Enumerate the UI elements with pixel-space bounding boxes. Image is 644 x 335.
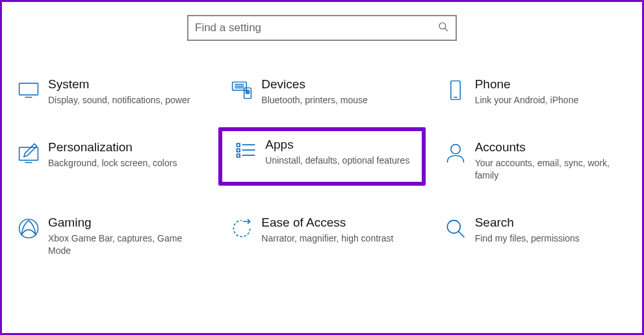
tile-title: Apps [265, 138, 412, 152]
tile-accounts[interactable]: Accounts Your accounts, email, sync, wor… [432, 136, 639, 186]
svg-point-9 [246, 90, 250, 93]
tile-system[interactable]: System Display, sound, notifications, po… [5, 73, 212, 110]
tile-desc: Link your Android, iPhone [475, 94, 630, 106]
ease-of-access-icon [222, 216, 261, 240]
svg-rect-2 [19, 83, 38, 95]
svg-rect-15 [237, 143, 240, 147]
search-box[interactable] [187, 15, 457, 41]
tile-title: Phone [475, 77, 630, 92]
search-icon [437, 21, 449, 35]
tile-gaming[interactable]: Gaming Xbox Game Bar, captures, Game Mod… [5, 212, 212, 261]
tile-search[interactable]: Search Find my files, permissions [432, 212, 639, 261]
tile-apps[interactable]: Apps Uninstall, defaults, optional featu… [218, 127, 425, 186]
gaming-icon [9, 216, 48, 240]
tile-devices[interactable]: Devices Bluetooth, printers, mouse [218, 73, 425, 110]
tile-title: Personalization [48, 140, 203, 155]
search-input[interactable] [195, 21, 437, 34]
tile-title: Devices [261, 77, 416, 92]
devices-icon [222, 77, 261, 102]
personalization-icon [9, 140, 48, 165]
tile-desc: Your accounts, email, sync, work, family [475, 157, 630, 182]
phone-icon [436, 77, 475, 102]
tile-desc: Bluetooth, printers, mouse [261, 94, 416, 106]
tile-phone[interactable]: Phone Link your Android, iPhone [432, 73, 639, 110]
tile-desc: Find my files, permissions [475, 232, 630, 245]
svg-point-21 [450, 144, 459, 153]
tile-title: System [48, 77, 203, 92]
tile-title: Accounts [475, 140, 630, 155]
tile-desc: Background, lock screen, colors [48, 157, 203, 169]
svg-point-10 [247, 92, 248, 93]
svg-line-1 [445, 29, 448, 31]
svg-point-0 [439, 23, 446, 29]
svg-line-25 [458, 231, 464, 237]
search-container [2, 2, 642, 60]
tile-desc: Narrator, magnifier, high contrast [261, 232, 416, 245]
tile-title: Search [475, 216, 630, 230]
tile-desc: Uninstall, defaults, optional features [265, 155, 412, 167]
tile-title: Gaming [48, 216, 203, 230]
tile-ease-of-access[interactable]: Ease of Access Narrator, magnifier, high… [218, 212, 425, 261]
tile-personalization[interactable]: Personalization Background, lock screen,… [5, 136, 212, 186]
apps-icon [226, 138, 265, 162]
search-tile-icon [436, 216, 475, 240]
svg-rect-19 [237, 154, 240, 157]
accounts-icon [436, 140, 475, 165]
system-icon [9, 77, 48, 102]
svg-point-24 [447, 220, 460, 233]
svg-rect-17 [237, 149, 240, 152]
tile-title: Ease of Access [261, 216, 416, 230]
svg-point-22 [19, 219, 38, 238]
tile-desc: Display, sound, notifications, power [48, 94, 203, 106]
settings-grid: System Display, sound, notifications, po… [2, 60, 642, 260]
svg-rect-8 [244, 88, 251, 98]
tile-desc: Xbox Game Bar, captures, Game Mode [48, 232, 203, 257]
